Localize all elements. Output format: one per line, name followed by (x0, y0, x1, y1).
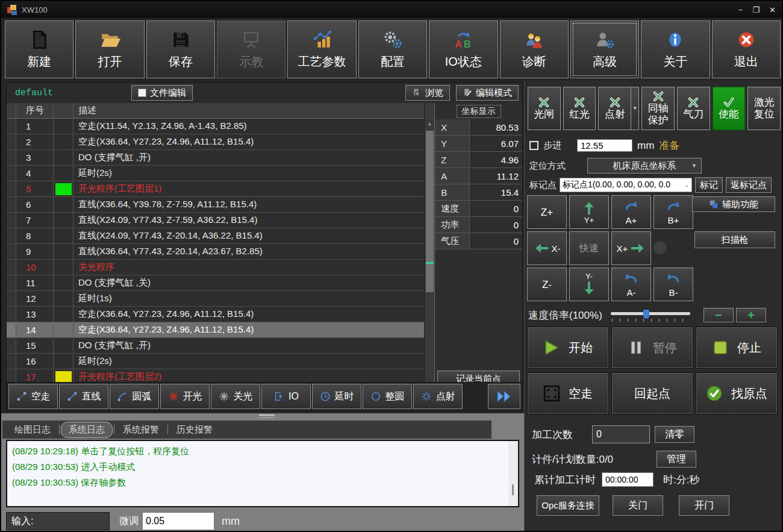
mark-button[interactable]: 标记 (695, 177, 723, 193)
toolbar-button-io-ab[interactable]: ABIO状态 (429, 20, 498, 78)
log-tab-0[interactable]: 绘图日志 (7, 422, 58, 437)
scrollbar-thumb[interactable] (426, 131, 434, 292)
toolbar-button-config-gears[interactable]: 配置 (358, 20, 427, 78)
splitter-handle[interactable] (259, 415, 275, 418)
mark-point-select[interactable]: 标记点1(0.00, 0.00, 0.00, 0.0 ⌄ (560, 178, 692, 192)
toolbar-button-advanced-user[interactable]: 高级 (570, 20, 639, 78)
laser-button-1[interactable]: 红光 (563, 87, 596, 130)
timer-input[interactable] (602, 472, 654, 487)
log-tab-2[interactable]: 系统报警 (116, 422, 166, 437)
speed-slider-thumb[interactable] (643, 310, 649, 319)
jog-b-plus-button[interactable]: B+ (654, 195, 693, 229)
toolbar-button-diagnosis-workers[interactable]: 诊断 (500, 20, 569, 78)
jog-b-minus-button[interactable]: B- (654, 268, 693, 301)
table-scrollbar[interactable]: ▲ ▼ (424, 103, 434, 410)
toolbar-button-exit-circle[interactable]: 退出 (712, 20, 781, 78)
table-row[interactable]: 7直线(X24.09, Y77.43, Z-7.59, A36.22, B15.… (7, 213, 424, 228)
file-edit-checkbox[interactable] (138, 89, 146, 97)
log-scrollbar[interactable] (508, 441, 518, 506)
process-count-input[interactable] (592, 425, 650, 443)
row-marker-cell (54, 150, 73, 165)
toolbar-button-open-folder[interactable]: 打开 (75, 20, 144, 78)
speed-plus-button[interactable]: + (736, 308, 766, 322)
run-button-plain-4[interactable]: 回起点 (611, 372, 693, 415)
cmd-button-star-gray[interactable]: 关光 (211, 384, 260, 409)
log-tab-1[interactable]: 系统日志 (61, 422, 113, 438)
laser-dropdown-arrow[interactable]: ▼ (631, 87, 638, 130)
jog-fast-button[interactable]: 快速 (569, 231, 609, 265)
manage-button[interactable]: 管理 (657, 451, 696, 468)
table-row[interactable]: 3DO (支撑气缸 ,开) (7, 150, 424, 166)
run-button-stop-2[interactable]: 停止 (696, 327, 778, 369)
browse-button[interactable]: 浏览 (405, 85, 450, 101)
jog-y-plus-button[interactable]: Y+ (569, 195, 609, 229)
table-row[interactable]: 13空走(X36.64, Y27.23, Z4.96, A11.12, B15.… (7, 307, 424, 322)
laser-button-6[interactable]: 激光复位 (747, 87, 781, 130)
table-row[interactable]: 15DO (支撑气缸 ,开) (7, 338, 424, 354)
fine-tune-input[interactable] (142, 512, 214, 530)
cmd-button-arc[interactable]: 圆弧 (110, 384, 159, 409)
input-field[interactable]: 输入: (6, 512, 110, 530)
laser-button-0[interactable]: 光闸 (528, 87, 561, 130)
speed-slider[interactable] (611, 309, 690, 321)
log-tab-3[interactable]: 历史报警 (169, 422, 220, 437)
toolbar-button-info-circle[interactable]: 关于 (641, 20, 710, 78)
jog-x-minus-button[interactable]: X- (527, 231, 567, 265)
table-row[interactable]: 11DO (支撑气缸 ,关) (7, 275, 424, 291)
file-edit-button[interactable]: 文件编辑 (131, 85, 193, 101)
open-door-button[interactable]: 开门 (679, 495, 729, 516)
table-row[interactable]: 2空走(X36.64, Y27.23, Z4.96, A11.12, B15.4… (7, 134, 424, 150)
cmd-button-io-small[interactable]: IO (261, 384, 311, 409)
laser-button-4[interactable]: 气刀 (677, 87, 710, 130)
clear-count-button[interactable]: 清零 (655, 426, 694, 443)
run-button-check-circle-5[interactable]: 找原点 (696, 372, 778, 415)
close-door-button[interactable]: 关门 (613, 495, 663, 516)
toolbar-button-save-disk[interactable]: 保存 (146, 20, 215, 78)
return-mark-button[interactable]: 返标记点 (726, 177, 772, 193)
positioning-select[interactable]: 机床原点坐标系 ▼ (587, 158, 702, 174)
step-input[interactable] (577, 139, 632, 152)
toolbar-button-process-chart[interactable]: 工艺参数 (287, 20, 356, 78)
edit-mode-button[interactable]: 编辑模式 (456, 85, 519, 101)
scanner-button[interactable]: 扫描枪 (694, 231, 775, 248)
jog-a-plus-button[interactable]: A+ (611, 195, 651, 229)
scroll-up-icon[interactable]: ▲ (425, 121, 434, 127)
table-row[interactable]: 12延时(1s) (7, 291, 424, 307)
jog-a-minus-button[interactable]: A- (611, 268, 651, 301)
cmd-button-star-red[interactable]: 开光 (160, 384, 210, 409)
cmd-button-burst[interactable]: 点射 (413, 384, 463, 409)
cmd-button-seg-solid[interactable]: 直线 (59, 384, 108, 409)
laser-button-2[interactable]: 点射▼ (598, 87, 639, 130)
laser-button-3[interactable]: 同轴保护 (641, 87, 675, 130)
opc-connect-button[interactable]: Opc服务连接 (537, 495, 599, 516)
jog-x-plus-button[interactable]: X+ (611, 231, 651, 265)
table-row[interactable]: 5开光程序(工艺图层1) (7, 181, 424, 197)
cmd-button-seg-dashed[interactable]: 空走 (8, 384, 58, 409)
table-row[interactable]: 14空走(X36.64, Y27.23, Z4.96, A11.12, B15.… (7, 322, 424, 338)
table-row[interactable]: 10关光程序 (7, 260, 424, 275)
toolbar-button-new-file[interactable]: 新建 (5, 20, 73, 78)
cmd-button-circle[interactable]: 整圆 (363, 384, 412, 409)
more-commands-button[interactable] (488, 384, 520, 409)
table-row[interactable]: 1空走(X11.54, Y2.13, Z4.96, A-1.43, B2.85) (7, 119, 424, 134)
table-row[interactable]: 8直线(X24.09, Y77.43, Z-20.14, A36.22, B15… (7, 228, 424, 244)
table-row[interactable]: 4延时(2s) (7, 166, 424, 181)
close-button[interactable]: ✕ (769, 6, 776, 14)
jog-z-minus-button[interactable]: Z- (527, 268, 567, 301)
table-row[interactable]: 16延时(2s) (7, 354, 424, 369)
jog-y-minus-button[interactable]: Y- (569, 268, 609, 301)
run-button-pause-1[interactable]: 暂停 (611, 327, 693, 369)
table-row[interactable]: 6直线(X36.64, Y39.78, Z-7.59, A11.12, B15.… (7, 197, 424, 213)
aux-function-button[interactable]: 辅助功能 (692, 196, 775, 212)
maximize-button[interactable]: ❐ (752, 6, 760, 14)
run-button-expand-3[interactable]: 空走 (527, 372, 609, 415)
laser-button-enable[interactable]: 使能 (713, 87, 746, 130)
speed-minus-button[interactable]: − (703, 308, 734, 322)
table-row[interactable]: 9直线(X36.64, Y77.43, Z-20.14, A23.67, B2.… (7, 244, 424, 260)
run-button-play-0[interactable]: 开始 (527, 327, 609, 369)
minimize-button[interactable]: − (738, 6, 743, 14)
cmd-button-clock[interactable]: 延时 (312, 384, 361, 409)
toolbar-button-teach-screen[interactable]: 示教 (217, 20, 285, 78)
step-checkbox[interactable] (529, 141, 538, 150)
jog-z-plus-button[interactable]: Z+ (527, 195, 567, 229)
